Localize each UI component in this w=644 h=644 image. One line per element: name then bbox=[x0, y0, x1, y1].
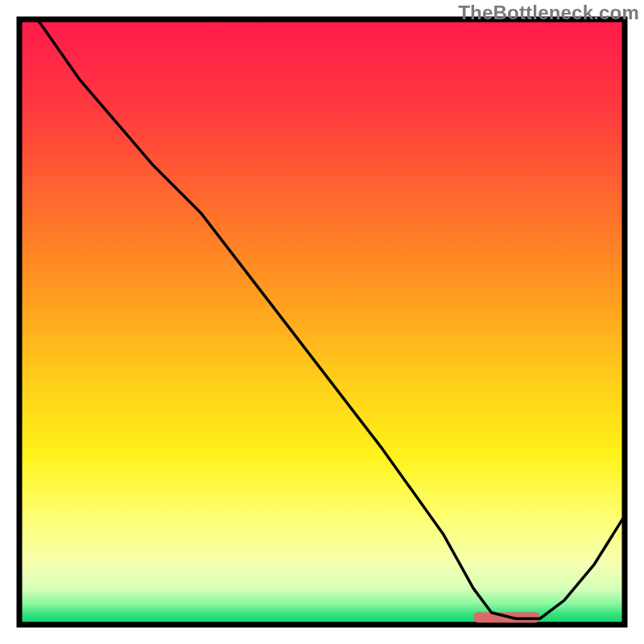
bottleneck-chart bbox=[0, 0, 644, 644]
plot-background bbox=[19, 19, 625, 625]
chart-container: TheBottleneck.com bbox=[0, 0, 644, 644]
watermark-label: TheBottleneck.com bbox=[458, 2, 639, 24]
